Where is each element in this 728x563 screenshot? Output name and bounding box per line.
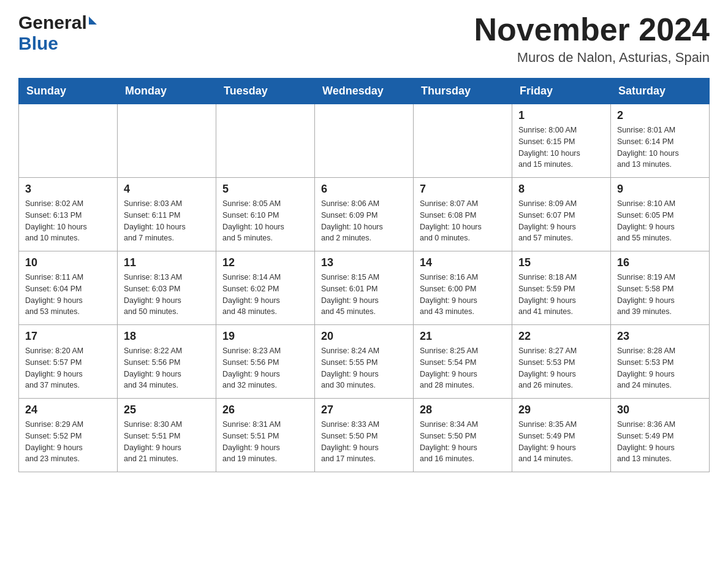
day-number: 21: [420, 330, 506, 343]
calendar-cell: 15Sunrise: 8:18 AMSunset: 5:59 PMDayligh…: [512, 251, 611, 325]
calendar-cell: [315, 104, 414, 178]
day-info: Sunrise: 8:27 AMSunset: 5:53 PMDaylight:…: [518, 345, 604, 391]
day-info: Sunrise: 8:07 AMSunset: 6:08 PMDaylight:…: [420, 198, 506, 244]
day-info: Sunrise: 8:10 AMSunset: 6:05 PMDaylight:…: [617, 198, 703, 244]
day-info: Sunrise: 8:13 AMSunset: 6:03 PMDaylight:…: [124, 272, 210, 318]
day-info: Sunrise: 8:25 AMSunset: 5:54 PMDaylight:…: [420, 345, 506, 391]
calendar-cell: 22Sunrise: 8:27 AMSunset: 5:53 PMDayligh…: [512, 325, 611, 399]
calendar-cell: 5Sunrise: 8:05 AMSunset: 6:10 PMDaylight…: [216, 178, 315, 251]
header: General Blue November 2024 Muros de Nalo…: [18, 12, 710, 66]
calendar-cell: 17Sunrise: 8:20 AMSunset: 5:57 PMDayligh…: [19, 325, 118, 399]
day-number: 19: [222, 330, 308, 343]
day-info: Sunrise: 8:20 AMSunset: 5:57 PMDaylight:…: [25, 345, 111, 391]
calendar-cell: 13Sunrise: 8:15 AMSunset: 6:01 PMDayligh…: [315, 251, 414, 325]
calendar-cell: 9Sunrise: 8:10 AMSunset: 6:05 PMDaylight…: [611, 178, 710, 251]
day-info: Sunrise: 8:01 AMSunset: 6:14 PMDaylight:…: [617, 124, 703, 170]
day-info: Sunrise: 8:16 AMSunset: 6:00 PMDaylight:…: [420, 272, 506, 318]
calendar-cell: 21Sunrise: 8:25 AMSunset: 5:54 PMDayligh…: [414, 325, 512, 399]
calendar-cell: 28Sunrise: 8:34 AMSunset: 5:50 PMDayligh…: [414, 399, 512, 472]
week-row-2: 3Sunrise: 8:02 AMSunset: 6:13 PMDaylight…: [19, 178, 710, 251]
logo: General Blue: [18, 12, 97, 54]
day-info: Sunrise: 8:09 AMSunset: 6:07 PMDaylight:…: [518, 198, 604, 244]
calendar-cell: 10Sunrise: 8:11 AMSunset: 6:04 PMDayligh…: [19, 251, 118, 325]
weekday-header-row: SundayMondayTuesdayWednesdayThursdayFrid…: [19, 79, 710, 104]
day-info: Sunrise: 8:35 AMSunset: 5:49 PMDaylight:…: [518, 419, 604, 465]
calendar-cell: 19Sunrise: 8:23 AMSunset: 5:56 PMDayligh…: [216, 325, 315, 399]
month-title: November 2024: [474, 12, 710, 47]
calendar-cell: 26Sunrise: 8:31 AMSunset: 5:51 PMDayligh…: [216, 399, 315, 472]
logo-general-text: General: [18, 12, 87, 33]
weekday-header-thursday: Thursday: [414, 79, 512, 104]
day-number: 26: [222, 404, 308, 416]
day-info: Sunrise: 8:23 AMSunset: 5:56 PMDaylight:…: [222, 345, 308, 391]
day-info: Sunrise: 8:00 AMSunset: 6:15 PMDaylight:…: [518, 124, 604, 170]
calendar-cell: [216, 104, 315, 178]
day-number: 11: [124, 256, 210, 269]
calendar-cell: [118, 104, 216, 178]
day-info: Sunrise: 8:36 AMSunset: 5:49 PMDaylight:…: [617, 419, 703, 465]
calendar-cell: 4Sunrise: 8:03 AMSunset: 6:11 PMDaylight…: [118, 178, 216, 251]
calendar-table: SundayMondayTuesdayWednesdayThursdayFrid…: [18, 78, 710, 472]
day-info: Sunrise: 8:19 AMSunset: 5:58 PMDaylight:…: [617, 272, 703, 318]
weekday-header-tuesday: Tuesday: [216, 79, 315, 104]
day-info: Sunrise: 8:14 AMSunset: 6:02 PMDaylight:…: [222, 272, 308, 318]
day-number: 13: [321, 256, 407, 269]
day-number: 15: [518, 256, 604, 269]
calendar-cell: 12Sunrise: 8:14 AMSunset: 6:02 PMDayligh…: [216, 251, 315, 325]
logo-blue-text: Blue: [18, 33, 58, 53]
day-number: 6: [321, 183, 407, 196]
calendar-cell: 3Sunrise: 8:02 AMSunset: 6:13 PMDaylight…: [19, 178, 118, 251]
day-number: 14: [420, 256, 506, 269]
title-area: November 2024 Muros de Nalon, Asturias, …: [474, 12, 710, 66]
day-info: Sunrise: 8:03 AMSunset: 6:11 PMDaylight:…: [124, 198, 210, 244]
week-row-5: 24Sunrise: 8:29 AMSunset: 5:52 PMDayligh…: [19, 399, 710, 472]
day-number: 5: [222, 183, 308, 196]
day-info: Sunrise: 8:02 AMSunset: 6:13 PMDaylight:…: [25, 198, 111, 244]
calendar-cell: 18Sunrise: 8:22 AMSunset: 5:56 PMDayligh…: [118, 325, 216, 399]
logo-arrow-icon: [89, 17, 97, 25]
weekday-header-saturday: Saturday: [611, 79, 710, 104]
calendar-cell: 27Sunrise: 8:33 AMSunset: 5:50 PMDayligh…: [315, 399, 414, 472]
week-row-1: 1Sunrise: 8:00 AMSunset: 6:15 PMDaylight…: [19, 104, 710, 178]
day-number: 3: [25, 183, 111, 196]
calendar-cell: 29Sunrise: 8:35 AMSunset: 5:49 PMDayligh…: [512, 399, 611, 472]
calendar-cell: 20Sunrise: 8:24 AMSunset: 5:55 PMDayligh…: [315, 325, 414, 399]
calendar-cell: 1Sunrise: 8:00 AMSunset: 6:15 PMDaylight…: [512, 104, 611, 178]
day-number: 16: [617, 256, 703, 269]
calendar-cell: 6Sunrise: 8:06 AMSunset: 6:09 PMDaylight…: [315, 178, 414, 251]
day-number: 24: [25, 404, 111, 416]
day-info: Sunrise: 8:22 AMSunset: 5:56 PMDaylight:…: [124, 345, 210, 391]
weekday-header-sunday: Sunday: [19, 79, 118, 104]
day-number: 23: [617, 330, 703, 343]
calendar-cell: 30Sunrise: 8:36 AMSunset: 5:49 PMDayligh…: [611, 399, 710, 472]
day-number: 12: [222, 256, 308, 269]
day-info: Sunrise: 8:31 AMSunset: 5:51 PMDaylight:…: [222, 419, 308, 465]
day-number: 29: [518, 404, 604, 416]
day-number: 18: [124, 330, 210, 343]
day-number: 9: [617, 183, 703, 196]
calendar-cell: 14Sunrise: 8:16 AMSunset: 6:00 PMDayligh…: [414, 251, 512, 325]
day-info: Sunrise: 8:06 AMSunset: 6:09 PMDaylight:…: [321, 198, 407, 244]
day-info: Sunrise: 8:11 AMSunset: 6:04 PMDaylight:…: [25, 272, 111, 318]
day-number: 8: [518, 183, 604, 196]
calendar-cell: 24Sunrise: 8:29 AMSunset: 5:52 PMDayligh…: [19, 399, 118, 472]
day-number: 28: [420, 404, 506, 416]
calendar-cell: [414, 104, 512, 178]
calendar-cell: 16Sunrise: 8:19 AMSunset: 5:58 PMDayligh…: [611, 251, 710, 325]
day-number: 10: [25, 256, 111, 269]
calendar-cell: 23Sunrise: 8:28 AMSunset: 5:53 PMDayligh…: [611, 325, 710, 399]
calendar-cell: 8Sunrise: 8:09 AMSunset: 6:07 PMDaylight…: [512, 178, 611, 251]
day-info: Sunrise: 8:15 AMSunset: 6:01 PMDaylight:…: [321, 272, 407, 318]
day-number: 30: [617, 404, 703, 416]
day-info: Sunrise: 8:28 AMSunset: 5:53 PMDaylight:…: [617, 345, 703, 391]
day-number: 2: [617, 109, 703, 122]
day-number: 17: [25, 330, 111, 343]
day-info: Sunrise: 8:24 AMSunset: 5:55 PMDaylight:…: [321, 345, 407, 391]
calendar-cell: 11Sunrise: 8:13 AMSunset: 6:03 PMDayligh…: [118, 251, 216, 325]
day-number: 22: [518, 330, 604, 343]
day-number: 4: [124, 183, 210, 196]
day-number: 25: [124, 404, 210, 416]
week-row-3: 10Sunrise: 8:11 AMSunset: 6:04 PMDayligh…: [19, 251, 710, 325]
day-number: 20: [321, 330, 407, 343]
calendar-cell: 25Sunrise: 8:30 AMSunset: 5:51 PMDayligh…: [118, 399, 216, 472]
